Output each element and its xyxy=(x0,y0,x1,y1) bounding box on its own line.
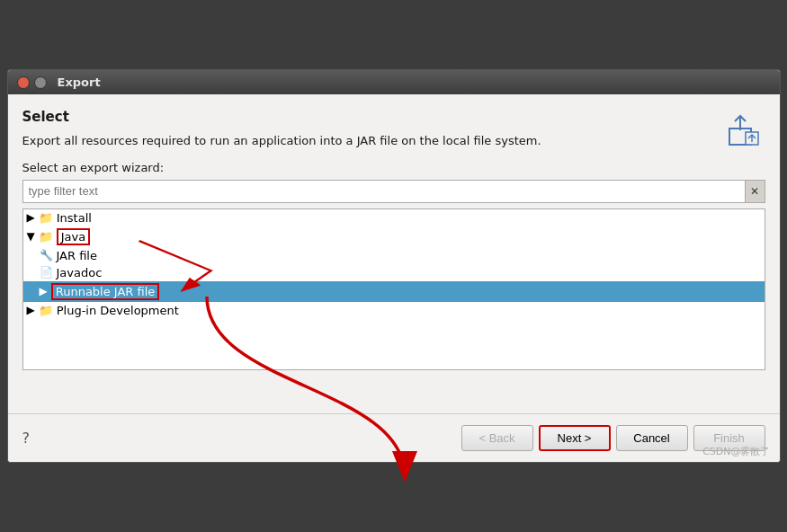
tree-item-jar[interactable]: 🔧 JAR file xyxy=(23,247,765,264)
description: Export all resources required to run an … xyxy=(22,132,541,150)
expand-icon-install: ▶ xyxy=(27,211,35,224)
expand-icon-plugin: ▶ xyxy=(27,304,35,316)
clear-icon: ✕ xyxy=(750,185,759,198)
folder-icon-java: 📁 xyxy=(39,230,53,244)
wizard-label: Select an export wizard: xyxy=(22,161,541,174)
tree-item-java[interactable]: ▼ 📁 Java xyxy=(23,226,765,247)
filter-clear-button[interactable]: ✕ xyxy=(746,180,765,203)
expand-icon-java: ▼ xyxy=(27,230,35,243)
folder-icon-install: 📁 xyxy=(39,211,53,225)
tree-label-javadoc: Javadoc xyxy=(57,266,103,279)
filter-input[interactable] xyxy=(22,180,746,203)
close-button[interactable] xyxy=(17,76,30,89)
tree-item-runnable-jar[interactable]: ▶ Runnable JAR file xyxy=(23,281,765,302)
tree-container[interactable]: ▶ 📁 Install ▼ 📁 Java 🔧 JAR file � xyxy=(22,208,765,370)
filter-row: ✕ xyxy=(22,180,765,203)
next-button[interactable]: Next > xyxy=(539,425,611,451)
tree-label-runnable-jar: Runnable JAR file xyxy=(51,283,160,300)
section-title: Select xyxy=(22,109,541,125)
folder-icon-plugin: 📁 xyxy=(39,304,53,317)
watermark: CSDN@雾散了 xyxy=(702,445,770,458)
dialog-footer: ? < Back Next > Cancel Finish xyxy=(8,413,780,462)
minimize-button[interactable] xyxy=(34,76,47,89)
dialog-title: Export xyxy=(58,75,101,89)
tree-label-install: Install xyxy=(57,211,92,225)
tree-item-javadoc[interactable]: 📄 Javadoc xyxy=(23,264,765,281)
header-area: Select Export all resources required to … xyxy=(22,109,765,180)
help-button[interactable]: ? xyxy=(22,430,31,447)
tree-label-jar: JAR file xyxy=(57,249,97,262)
tree-item-plugin[interactable]: ▶ 📁 Plug-in Development xyxy=(23,302,765,319)
javadoc-icon: 📄 xyxy=(40,266,53,279)
back-button[interactable]: < Back xyxy=(461,425,533,451)
main-area: ▶ 📁 Install ▼ 📁 Java 🔧 JAR file � xyxy=(22,208,765,370)
tree-label-java: Java xyxy=(57,228,90,245)
jar-icon: 🔧 xyxy=(40,249,53,262)
title-bar: Export xyxy=(8,70,780,94)
window-controls xyxy=(17,76,47,89)
spacer xyxy=(22,370,765,406)
cancel-button[interactable]: Cancel xyxy=(616,425,688,451)
export-dialog: Export Select Export all resources requi… xyxy=(7,69,781,463)
tree-label-plugin: Plug-in Development xyxy=(57,304,179,317)
help-icon: ? xyxy=(22,430,31,447)
tree-item-install[interactable]: ▶ 📁 Install xyxy=(23,209,765,226)
export-icon xyxy=(726,112,762,151)
runnable-jar-icon: ▶ xyxy=(40,285,48,297)
dialog-body: Select Export all resources required to … xyxy=(8,94,780,406)
